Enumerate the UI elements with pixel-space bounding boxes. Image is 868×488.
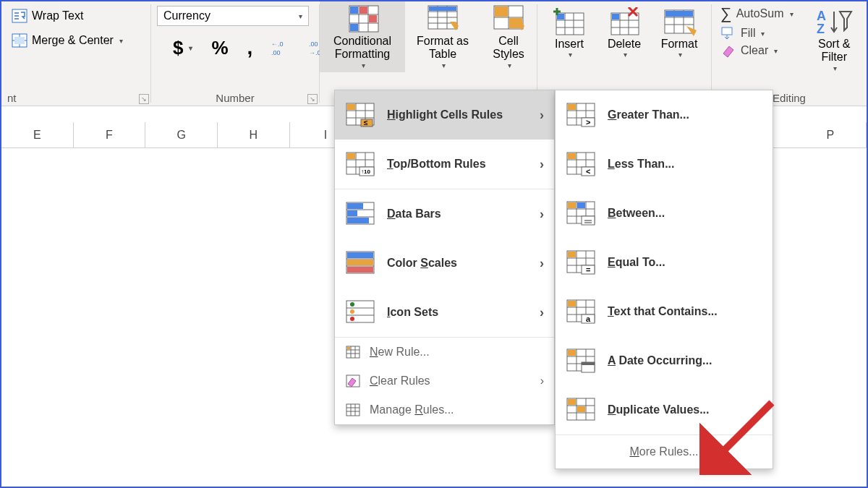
between-icon	[566, 200, 596, 226]
chevron-right-icon: ›	[540, 305, 544, 320]
svg-rect-31	[347, 153, 355, 159]
menu-text-contains[interactable]: a Text that Contains...	[556, 287, 773, 336]
menu-date-occurring[interactable]: A Date Occurring...	[556, 336, 773, 385]
databars-icon	[345, 201, 375, 227]
menu-less-than[interactable]: < Less Than...	[556, 140, 773, 189]
conditional-formatting-menu: ≤ HHighlight Cells Rulesighlight Cells R…	[334, 90, 555, 425]
group-number: Currency ▾ $▾ % , ←.0.00 .00→.0 Number ↘	[151, 1, 319, 106]
chevron-right-icon: ›	[540, 374, 544, 388]
cf-label: Conditional Formatting	[327, 35, 398, 61]
format-icon	[660, 7, 698, 38]
wrap-text-label: Wrap Text	[32, 9, 83, 22]
manage-rules-icon	[345, 403, 361, 417]
sort-filter-icon: AZ	[815, 7, 853, 38]
format-table-label: Format as Table	[415, 35, 470, 61]
svg-rect-41	[347, 267, 373, 273]
svg-rect-11	[350, 24, 358, 31]
svg-text:a: a	[586, 314, 591, 323]
insert-button[interactable]: Insert▾	[543, 4, 595, 61]
svg-point-43	[350, 302, 354, 307]
col-header[interactable]: H	[218, 122, 290, 147]
format-as-table-button[interactable]: Format as Table▾	[408, 1, 477, 72]
conditional-formatting-icon	[344, 4, 381, 35]
autosum-button[interactable]: ∑ AutoSum ▾	[718, 4, 796, 23]
svg-text:.00: .00	[309, 40, 318, 48]
annotation-arrow	[699, 395, 779, 475]
fill-button[interactable]: Fill ▾	[718, 26, 796, 40]
fill-down-icon	[720, 26, 736, 40]
merge-center-label: Merge & Center	[32, 34, 114, 47]
menu-color-scales[interactable]: Color Scales ›	[335, 239, 554, 288]
group-alignment-label: nt	[7, 92, 145, 106]
menu-new-rule[interactable]: New Rule...	[335, 338, 554, 367]
menu-top-bottom-rules[interactable]: ↑10 Top/Bottom Rules ›	[335, 140, 554, 189]
menu-icon-sets[interactable]: Icon Sets ›	[335, 288, 554, 337]
delete-button[interactable]: Delete▾	[598, 4, 650, 61]
clear-label: Clear	[741, 44, 768, 57]
svg-rect-55	[568, 153, 576, 159]
conditional-formatting-button[interactable]: Conditional Formatting▾	[320, 1, 405, 72]
highlight-rules-icon: ≤	[345, 102, 375, 128]
menu-greater-than[interactable]: > Greater Than...	[556, 90, 773, 140]
format-button[interactable]: Format▾	[653, 4, 705, 61]
col-header[interactable]: P	[794, 122, 867, 147]
svg-text:Z: Z	[817, 22, 825, 36]
menu-clear-rules[interactable]: Clear Rules ›	[335, 367, 554, 395]
svg-text:<: <	[586, 167, 590, 176]
svg-rect-15	[495, 7, 508, 17]
number-dialog-launcher[interactable]: ↘	[307, 94, 318, 104]
svg-rect-63	[568, 252, 576, 257]
svg-rect-76	[577, 406, 585, 412]
svg-rect-47	[347, 347, 350, 349]
svg-rect-13	[429, 7, 456, 11]
chevron-down-icon: ▾	[362, 61, 365, 69]
chevron-down-icon: ▾	[790, 10, 793, 18]
number-format-value: Currency	[163, 9, 210, 22]
sigma-icon: ∑	[720, 4, 732, 23]
col-header[interactable]: G	[145, 122, 218, 147]
equal-icon: =	[566, 249, 596, 275]
sort-filter-button[interactable]: AZ Sort & Filter▾	[808, 4, 861, 75]
cell-styles-button[interactable]: Cell Styles▾	[480, 1, 537, 72]
merge-center-button[interactable]: Merge & Center ▾	[7, 30, 127, 51]
chevron-down-icon: ▾	[833, 64, 837, 72]
chevron-down-icon: ▾	[761, 30, 765, 38]
svg-rect-59	[568, 202, 576, 208]
topbottom-icon: ↑10	[345, 151, 375, 177]
svg-text:↑10: ↑10	[361, 168, 370, 175]
duplicate-icon	[566, 397, 596, 423]
svg-rect-71	[568, 350, 576, 356]
col-header[interactable]: F	[74, 122, 146, 147]
increase-decimal-button[interactable]: ←.0.00	[267, 36, 294, 59]
group-number-label: Number	[157, 92, 313, 106]
alignment-dialog-launcher[interactable]: ↘	[139, 94, 149, 104]
comma-style-button[interactable]: ,	[243, 33, 258, 62]
menu-between[interactable]: Between...	[556, 189, 773, 238]
fill-label: Fill	[741, 27, 755, 40]
clear-button[interactable]: Clear ▾	[718, 43, 796, 58]
svg-rect-49	[346, 404, 359, 416]
menu-highlight-cells-rules[interactable]: ≤ HHighlight Cells Rulesighlight Cells R…	[335, 90, 554, 140]
menu-manage-rules[interactable]: Manage Rules...	[335, 395, 554, 424]
colorscales-icon	[345, 250, 375, 276]
svg-rect-40	[347, 260, 373, 265]
col-header[interactable]: E	[1, 122, 74, 147]
chevron-right-icon: ›	[540, 157, 544, 172]
iconsets-icon	[345, 299, 375, 325]
svg-rect-60	[577, 202, 585, 208]
chevron-down-icon: ▾	[624, 51, 627, 59]
date-icon	[566, 348, 596, 374]
delete-icon	[605, 7, 643, 38]
menu-equal-to[interactable]: = Equal To...	[556, 238, 773, 287]
accounting-format-button[interactable]: $▾	[169, 34, 197, 62]
number-format-select[interactable]: Currency ▾	[157, 6, 309, 26]
menu-data-bars[interactable]: Data Bars ›	[335, 189, 554, 239]
svg-rect-51	[568, 104, 576, 110]
svg-rect-20	[612, 14, 619, 20]
format-label: Format	[661, 38, 698, 51]
cell-styles-icon	[490, 4, 527, 35]
format-table-icon	[424, 4, 461, 35]
percent-button[interactable]: %	[207, 34, 232, 62]
wrap-text-button[interactable]: Wrap Text	[7, 6, 88, 26]
svg-text:≤: ≤	[364, 119, 368, 127]
